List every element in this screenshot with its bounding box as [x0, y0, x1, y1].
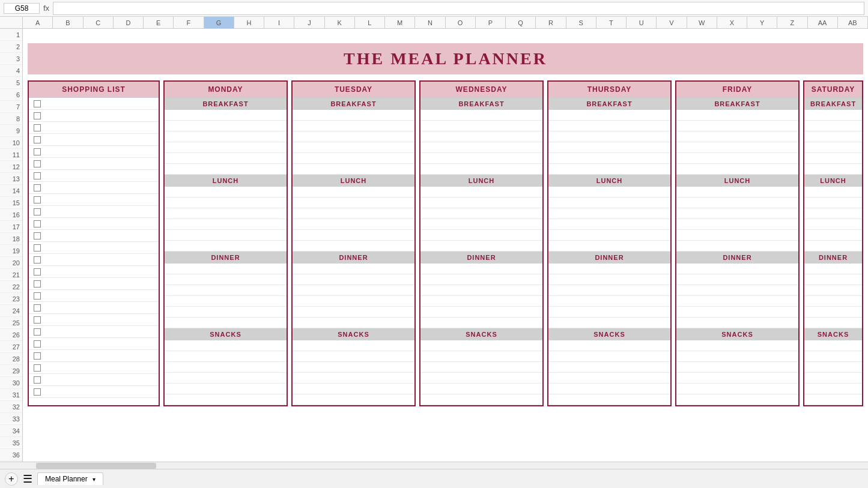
monday-snacks-3[interactable]: [165, 362, 287, 373]
wednesday-snacks-6[interactable]: [420, 394, 542, 405]
col-O[interactable]: O: [446, 17, 476, 28]
monday-snacks-5[interactable]: [165, 384, 287, 394]
col-Q[interactable]: Q: [506, 17, 536, 28]
add-sheet-button[interactable]: +: [5, 472, 18, 486]
friday-dinner-6[interactable]: [676, 318, 798, 328]
friday-snacks-2[interactable]: [676, 351, 798, 362]
tuesday-dinner-3[interactable]: [293, 285, 414, 296]
checkbox-8[interactable]: [34, 184, 41, 191]
checkbox-2[interactable]: [34, 112, 41, 119]
col-M[interactable]: M: [385, 17, 415, 28]
monday-lunch-1[interactable]: [165, 187, 287, 197]
formula-bar[interactable]: [53, 2, 864, 15]
saturday-breakfast-1[interactable]: [804, 110, 862, 121]
tuesday-breakfast-2[interactable]: [293, 121, 414, 131]
thursday-breakfast-4[interactable]: [548, 142, 670, 153]
friday-snacks-3[interactable]: [676, 362, 798, 373]
monday-snacks-4[interactable]: [165, 373, 287, 384]
thursday-breakfast-1[interactable]: [548, 110, 670, 121]
tuesday-dinner-5[interactable]: [293, 307, 414, 318]
wednesday-dinner-5[interactable]: [420, 307, 542, 318]
checkbox-21[interactable]: [34, 340, 41, 348]
tuesday-dinner-4[interactable]: [293, 296, 414, 307]
checkbox-13[interactable]: [34, 244, 41, 252]
col-C[interactable]: C: [83, 17, 114, 28]
saturday-snacks-1[interactable]: [804, 340, 862, 351]
monday-lunch-6[interactable]: [165, 241, 287, 252]
thursday-snacks-3[interactable]: [548, 362, 670, 373]
saturday-breakfast-6[interactable]: [804, 164, 862, 175]
thursday-breakfast-2[interactable]: [548, 121, 670, 131]
tuesday-snacks-4[interactable]: [293, 373, 414, 384]
thursday-breakfast-3[interactable]: [548, 131, 670, 142]
col-V[interactable]: V: [657, 17, 687, 28]
tuesday-lunch-3[interactable]: [293, 208, 414, 219]
wednesday-snacks-5[interactable]: [420, 384, 542, 394]
saturday-snacks-5[interactable]: [804, 384, 862, 394]
saturday-lunch-5[interactable]: [804, 230, 862, 241]
monday-lunch-5[interactable]: [165, 230, 287, 241]
wednesday-dinner-1[interactable]: [420, 264, 542, 274]
thursday-snacks-6[interactable]: [548, 394, 670, 405]
tuesday-snacks-5[interactable]: [293, 384, 414, 394]
thursday-dinner-2[interactable]: [548, 274, 670, 285]
wednesday-dinner-4[interactable]: [420, 296, 542, 307]
thursday-snacks-2[interactable]: [548, 351, 670, 362]
col-K[interactable]: K: [325, 17, 355, 28]
friday-dinner-2[interactable]: [676, 274, 798, 285]
tuesday-lunch-5[interactable]: [293, 230, 414, 241]
thursday-dinner-1[interactable]: [548, 264, 670, 274]
friday-dinner-4[interactable]: [676, 296, 798, 307]
friday-lunch-5[interactable]: [676, 230, 798, 241]
col-S[interactable]: S: [566, 17, 596, 28]
tuesday-lunch-6[interactable]: [293, 241, 414, 252]
col-J[interactable]: J: [294, 17, 324, 28]
monday-snacks-1[interactable]: [165, 340, 287, 351]
thursday-breakfast-5[interactable]: [548, 153, 670, 164]
friday-breakfast-1[interactable]: [676, 110, 798, 121]
saturday-dinner-2[interactable]: [804, 274, 862, 285]
checkbox-5[interactable]: [34, 148, 41, 155]
monday-dinner-6[interactable]: [165, 318, 287, 328]
checkbox-7[interactable]: [34, 172, 41, 179]
meal-planner-tab[interactable]: Meal Planner ▾: [37, 472, 103, 485]
checkbox-14[interactable]: [34, 256, 41, 264]
saturday-breakfast-5[interactable]: [804, 153, 862, 164]
friday-breakfast-6[interactable]: [676, 164, 798, 175]
col-N[interactable]: N: [415, 17, 445, 28]
scrollbar-thumb[interactable]: [36, 463, 156, 469]
checkbox-25[interactable]: [34, 388, 41, 396]
tuesday-breakfast-1[interactable]: [293, 110, 414, 121]
col-R[interactable]: R: [536, 17, 566, 28]
friday-dinner-1[interactable]: [676, 264, 798, 274]
wednesday-snacks-4[interactable]: [420, 373, 542, 384]
col-D[interactable]: D: [114, 17, 144, 28]
checkbox-23[interactable]: [34, 364, 41, 372]
tuesday-breakfast-4[interactable]: [293, 142, 414, 153]
checkbox-20[interactable]: [34, 328, 41, 336]
tuesday-lunch-4[interactable]: [293, 219, 414, 230]
wednesday-lunch-5[interactable]: [420, 230, 542, 241]
wednesday-breakfast-1[interactable]: [420, 110, 542, 121]
wednesday-lunch-2[interactable]: [420, 197, 542, 208]
tab-dropdown-icon[interactable]: ▾: [93, 476, 96, 483]
col-U[interactable]: U: [627, 17, 657, 28]
col-L[interactable]: L: [355, 17, 385, 28]
saturday-lunch-2[interactable]: [804, 197, 862, 208]
checkbox-12[interactable]: [34, 232, 41, 239]
tuesday-snacks-3[interactable]: [293, 362, 414, 373]
checkbox-17[interactable]: [34, 292, 41, 300]
monday-lunch-3[interactable]: [165, 208, 287, 219]
tuesday-snacks-1[interactable]: [293, 340, 414, 351]
monday-snacks-6[interactable]: [165, 394, 287, 405]
thursday-lunch-4[interactable]: [548, 219, 670, 230]
saturday-lunch-4[interactable]: [804, 219, 862, 230]
horizontal-scrollbar[interactable]: [0, 462, 868, 469]
col-I[interactable]: I: [264, 17, 294, 28]
friday-breakfast-2[interactable]: [676, 121, 798, 131]
monday-lunch-4[interactable]: [165, 219, 287, 230]
tuesday-lunch-2[interactable]: [293, 197, 414, 208]
thursday-lunch-5[interactable]: [548, 230, 670, 241]
monday-lunch-2[interactable]: [165, 197, 287, 208]
monday-dinner-2[interactable]: [165, 274, 287, 285]
